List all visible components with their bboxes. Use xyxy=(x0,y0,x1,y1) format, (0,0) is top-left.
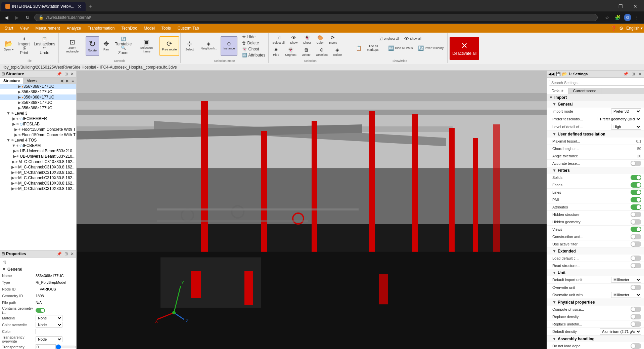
tree-toggle[interactable]: ▶ xyxy=(14,132,18,137)
unghost-button[interactable]: 👻 Unghost xyxy=(283,47,299,57)
transparency-slider[interactable] xyxy=(56,344,76,349)
structure-collapse-icon[interactable]: ⊞ xyxy=(1,72,5,76)
tree-toggle[interactable]: ▶ xyxy=(14,127,18,132)
tree-toggle[interactable]: ▶ xyxy=(13,154,16,159)
hide-all-markups-button[interactable]: 📋 Hide all markups xyxy=(354,43,385,53)
attributes-mini-button[interactable]: 🔤 Attributes xyxy=(240,52,267,58)
color-picker[interactable] xyxy=(36,329,49,334)
settings-refresh-icon[interactable]: ↻ xyxy=(568,72,572,76)
tree-toggle[interactable]: ▶ xyxy=(17,84,21,89)
menu-start[interactable]: Start xyxy=(1,25,16,31)
tree-toggle[interactable]: ▼ xyxy=(6,111,11,116)
list-item[interactable]: ▼ 👁 Level 4 TOS xyxy=(0,138,76,143)
url-bar[interactable]: 🔒 vsweb.kisters.de/internal/ xyxy=(34,14,598,21)
settings-expand-button[interactable]: ⊞ xyxy=(631,71,636,77)
hide-mini-button[interactable]: 👁 Hide xyxy=(240,34,267,40)
list-item[interactable]: ▶ 👁 M_C-Channel:C310X30.8:162... xyxy=(0,170,76,175)
settings-general-subheader[interactable]: ▼ General xyxy=(547,101,644,108)
default-import-unit-dropdown[interactable]: Millimeter xyxy=(611,277,641,283)
undo-button[interactable]: ↩ Undo xyxy=(32,46,57,55)
settings-close-button[interactable]: ✕ xyxy=(637,71,643,77)
settings-save-icon[interactable]: 💾 xyxy=(556,72,561,76)
color-overwrite-dropdown[interactable]: Node xyxy=(36,322,62,328)
props-node-header[interactable]: ▼ General xyxy=(2,266,74,272)
select-button[interactable]: ⊹ Select xyxy=(182,36,197,56)
settings-import-header[interactable]: ▼ Import xyxy=(547,94,644,101)
settings-tessellation-subheader[interactable]: ▼ User defined tessellation xyxy=(547,131,644,138)
menu-measurement[interactable]: Measurement xyxy=(32,25,63,31)
free-rotate-button[interactable]: ⟳ Free rotate xyxy=(159,36,179,56)
list-item[interactable]: ▶ 👁 ⬡ IFCMEMBER xyxy=(0,116,76,121)
tree-toggle[interactable]: ▶ xyxy=(11,181,14,186)
show-button[interactable]: 👁 Show xyxy=(288,35,300,44)
open-button[interactable]: 📂 Open ▾ xyxy=(1,36,16,56)
solids-toggle[interactable] xyxy=(631,175,641,180)
settings-load-icon[interactable]: 📂 xyxy=(562,72,567,76)
isolate-button[interactable]: ◈ Isolate xyxy=(331,47,344,57)
props-toggle[interactable]: ⊟ xyxy=(1,251,5,256)
delete-button[interactable]: 🗑 Delete xyxy=(300,47,313,57)
tab-close-button[interactable]: ✕ xyxy=(78,4,82,9)
accurate-tesse-toggle[interactable] xyxy=(631,161,641,166)
settings-pin-button[interactable]: 📌 xyxy=(622,71,629,77)
list-item[interactable]: ▶ 👁 M_C-Channel:C310X30.8:162... xyxy=(0,186,76,191)
bookmark-button[interactable]: ☆ xyxy=(603,14,611,21)
invert-visibility-button[interactable]: 🔄 Invert visibility xyxy=(416,43,446,53)
settings-physical-subheader[interactable]: ▼ Physical properties xyxy=(547,299,644,306)
tree-toggle[interactable]: ▶ xyxy=(11,165,14,169)
tree-toggle[interactable]: ▶ xyxy=(11,186,14,191)
last-actions-button[interactable]: 📋 Last actions xyxy=(32,37,57,46)
menu-transformation[interactable]: Transformation xyxy=(84,25,118,31)
settings-search-input[interactable] xyxy=(549,80,644,86)
instance-button[interactable]: ⊙ Instance xyxy=(221,36,237,56)
import-mode-dropdown[interactable]: Prefer 3D xyxy=(611,108,641,114)
tree-toggle[interactable]: ▶ xyxy=(17,95,21,100)
menu-techdoc[interactable]: TechDoc xyxy=(118,25,140,31)
print-button[interactable]: 🖨 Print xyxy=(17,46,32,55)
hidden-geometry-toggle[interactable] xyxy=(631,219,641,225)
list-item[interactable]: ▼ 👁 Level 3 xyxy=(0,111,76,116)
material-dropdown[interactable]: None xyxy=(36,315,62,321)
refresh-button[interactable]: ↻ xyxy=(24,14,32,21)
menu-model[interactable]: Model xyxy=(140,25,158,31)
lod-dropdown[interactable]: High xyxy=(611,124,641,130)
color-button[interactable]: 🎨 Color xyxy=(314,35,326,44)
contains-geom-toggle[interactable] xyxy=(36,308,45,313)
forward-button[interactable]: ▶ xyxy=(13,14,21,21)
rotate-button[interactable]: ↻ Rotate xyxy=(86,36,99,56)
list-item[interactable]: ▶ 👁 Floor:150mm Concrete With T xyxy=(0,127,76,132)
list-item[interactable]: ▶ 356×368×177UC xyxy=(0,100,76,105)
tab-views[interactable]: Views xyxy=(24,78,40,84)
tree-toggle[interactable]: ▶ xyxy=(13,149,16,153)
replace-undef-toggle[interactable] xyxy=(631,321,641,327)
load-default-toggle[interactable] xyxy=(631,256,641,261)
import-button[interactable]: ⬆ Import xyxy=(17,37,32,46)
list-item[interactable]: ▶ 👁 M_C-Channel:C310X30.8:162... xyxy=(0,181,76,186)
props-expand-button[interactable]: ⊞ xyxy=(63,251,69,257)
back-button[interactable]: ◀ xyxy=(3,14,10,21)
neighborhood-button[interactable]: ◈ Neighborh... xyxy=(198,36,219,56)
close-button[interactable]: ✕ xyxy=(628,2,643,11)
settings-assembly-subheader[interactable]: ▼ Assembly handling xyxy=(547,336,644,342)
compute-toggle[interactable] xyxy=(631,307,641,312)
settings-collapse-icon[interactable]: ◀◀ xyxy=(548,72,554,76)
menu-analyze[interactable]: Analyze xyxy=(63,25,85,31)
list-item[interactable]: ▶ 356×368×177UC xyxy=(0,105,76,111)
list-item[interactable]: ▶ 👁 M_C-Channel:C310X30.8:162... xyxy=(0,164,76,170)
list-item[interactable]: ▶ 👁 M_C-Channel:C310×30.8:162... xyxy=(0,159,76,164)
list-item[interactable]: ▶ 👁 M_C-Channel:C310X30.8:162... xyxy=(0,175,76,181)
lines-toggle[interactable] xyxy=(631,190,641,195)
pan-button[interactable]: ✥ Pan xyxy=(100,36,112,56)
structure-expand-button[interactable]: ⊞ xyxy=(63,71,69,77)
faces-toggle[interactable] xyxy=(631,182,641,188)
do-not-load-toggle[interactable] xyxy=(631,343,641,349)
tree-toggle[interactable]: ▶ xyxy=(17,89,21,94)
deselect-button[interactable]: ⊘ Deselect xyxy=(314,47,330,57)
turntable-button[interactable]: 🔄 Turntable xyxy=(113,37,133,46)
tree-toggle[interactable]: ▶ xyxy=(11,116,16,121)
zoom-button[interactable]: 🔍 Zoom xyxy=(113,46,133,55)
overwrite-unit-with-dropdown[interactable]: Millimeter xyxy=(611,292,641,298)
default-density-dropdown[interactable]: Aluminium (2.71 g/c xyxy=(600,328,641,335)
profile-button[interactable]: G xyxy=(624,14,631,21)
list-item[interactable]: ▶ 👁 UB-Universal Beam:533×210... xyxy=(0,148,76,154)
